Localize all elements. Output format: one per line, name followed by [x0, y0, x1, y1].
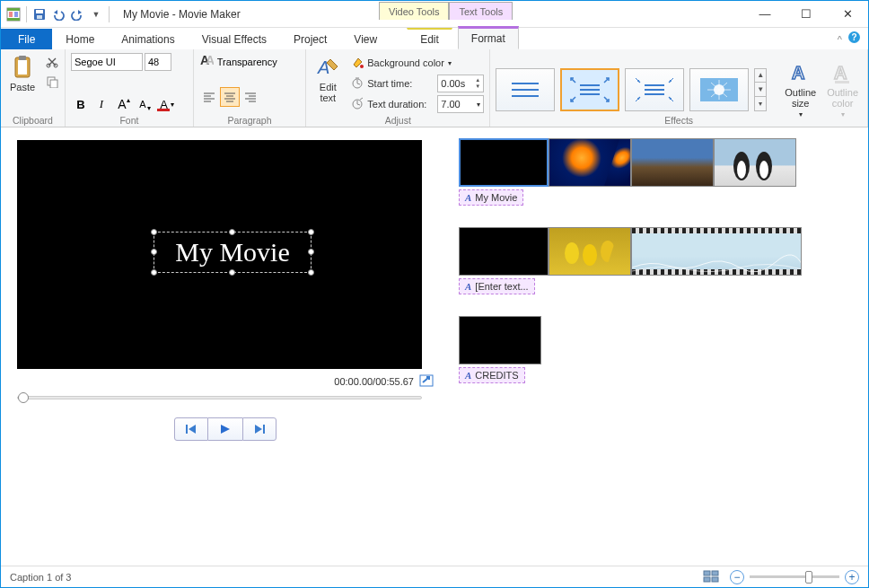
clip-row-1: AMy Movie — [459, 138, 859, 206]
tab-file[interactable]: File — [1, 29, 52, 49]
svg-rect-16 — [50, 80, 57, 88]
preview-video[interactable]: My Movie — [17, 140, 422, 369]
effect-thumb-1[interactable] — [496, 68, 555, 111]
gallery-scroll[interactable]: ▲▼▾ — [754, 68, 767, 111]
title-bar: ▼ My Movie - Movie Maker Video Tools Tex… — [1, 1, 868, 28]
svg-rect-11 — [18, 60, 27, 75]
tab-visual-effects[interactable]: Visual Effects — [189, 29, 280, 49]
font-name-input[interactable] — [71, 53, 143, 71]
view-thumbnails-icon[interactable] — [703, 570, 719, 584]
clipboard-icon — [10, 55, 35, 80]
window-title: My Movie - Movie Maker — [123, 8, 241, 21]
caption-tag-2[interactable]: A[Enter text... — [459, 278, 535, 294]
timeline-pane: AMy Movie A[Enter text... ACREDI — [450, 127, 868, 567]
zoom-in-button[interactable]: + — [845, 570, 859, 584]
qat-dropdown-icon[interactable]: ▼ — [87, 5, 105, 23]
copy-icon[interactable] — [42, 73, 62, 91]
italic-button[interactable]: I — [92, 94, 111, 114]
edit-text-button[interactable]: A Edit text — [312, 53, 344, 105]
clip-black-2[interactable] — [459, 227, 549, 276]
svg-rect-40 — [704, 577, 710, 582]
tab-edit[interactable]: Edit — [407, 28, 452, 49]
tab-animations[interactable]: Animations — [108, 29, 188, 49]
start-time-icon — [351, 76, 364, 91]
undo-icon[interactable] — [49, 5, 67, 23]
ribbon-panel: Paste Clipboard B I A▴ A▾ A▾ Font — [1, 48, 868, 127]
seek-bar[interactable] — [17, 396, 422, 399]
svg-point-35 — [565, 242, 579, 264]
clip-row-2: A[Enter text... — [459, 227, 859, 294]
align-left-button[interactable] — [199, 87, 219, 107]
edit-text-label: Edit text — [320, 82, 337, 103]
title-textbox[interactable]: My Movie — [154, 232, 312, 273]
clip-mountain[interactable] — [631, 138, 714, 187]
clip-penguins[interactable] — [714, 138, 796, 187]
next-frame-button[interactable] — [242, 417, 276, 441]
align-right-button[interactable] — [241, 87, 260, 107]
tab-format[interactable]: Format — [458, 26, 519, 49]
title-text: My Movie — [175, 237, 290, 268]
svg-rect-6 — [36, 10, 43, 13]
start-time-input[interactable]: 0.00s▲▼ — [437, 75, 484, 92]
zoom-slider[interactable] — [750, 575, 839, 578]
group-label-font: Font — [66, 115, 193, 126]
svg-rect-27 — [835, 81, 849, 83]
outline-color-icon: A — [830, 60, 856, 85]
effects-gallery[interactable]: ▲▼▾ — [496, 68, 767, 111]
ribbon-collapse-icon[interactable]: ^ — [838, 34, 842, 45]
clip-wildlife-video[interactable] — [631, 227, 802, 276]
font-color-button[interactable]: A▾ — [154, 94, 180, 114]
clip-row-3: ACREDITS — [459, 316, 859, 383]
close-button[interactable]: ✕ — [827, 2, 868, 27]
font-shrink-button[interactable]: A▾ — [133, 94, 153, 114]
preview-pane: My Movie 00:00.00/00:55.67 — [1, 127, 450, 567]
tab-home[interactable]: Home — [52, 29, 108, 49]
effect-thumb-3[interactable] — [625, 68, 684, 111]
help-icon[interactable]: ? — [847, 31, 861, 48]
effect-thumb-4[interactable] — [689, 68, 749, 111]
transparency-button[interactable]: Transparency — [217, 57, 277, 67]
group-label-adjust: Adjust — [306, 115, 489, 126]
outline-color-button: A Outline color▾ — [823, 58, 862, 120]
svg-text:?: ? — [851, 32, 856, 42]
fullscreen-icon[interactable] — [419, 374, 434, 389]
svg-rect-4 — [14, 12, 18, 17]
svg-rect-3 — [9, 12, 13, 17]
font-grow-button[interactable]: A▴ — [112, 94, 132, 114]
transparency-icon: AA — [199, 53, 214, 71]
svg-rect-2 — [7, 18, 20, 21]
caption-tag-1[interactable]: AMy Movie — [459, 189, 523, 206]
zoom-control: − + — [730, 570, 859, 584]
clip-title-black[interactable] — [459, 138, 549, 187]
clip-jellyfish[interactable] — [549, 138, 631, 187]
play-button[interactable] — [208, 417, 242, 441]
duration-input[interactable]: 7.00▾ — [437, 95, 484, 113]
context-tab-text-tools[interactable]: Text Tools — [449, 2, 513, 20]
maximize-button[interactable]: ☐ — [786, 2, 827, 27]
align-center-button[interactable] — [220, 87, 240, 107]
minimize-button[interactable]: — — [744, 2, 786, 27]
paste-button[interactable]: Paste — [6, 53, 39, 94]
clip-credits-black[interactable] — [459, 316, 541, 364]
ribbon-tabs: File Home Animations Visual Effects Proj… — [1, 28, 868, 49]
font-size-input[interactable] — [145, 53, 171, 71]
cut-icon[interactable] — [42, 53, 62, 71]
app-icon — [4, 5, 22, 23]
svg-point-37 — [601, 241, 615, 262]
clip-tulips[interactable] — [549, 227, 631, 276]
redo-icon[interactable] — [68, 5, 86, 23]
caption-tag-3[interactable]: ACREDITS — [459, 367, 525, 383]
tab-view[interactable]: View — [340, 29, 391, 49]
effect-thumb-2[interactable] — [560, 68, 619, 111]
svg-rect-30 — [263, 425, 265, 434]
context-tab-video-tools[interactable]: Video Tools — [379, 2, 449, 20]
bold-button[interactable]: B — [71, 94, 91, 114]
prev-frame-button[interactable] — [174, 417, 208, 441]
svg-text:A: A — [792, 63, 804, 83]
tab-project[interactable]: Project — [280, 29, 340, 49]
bg-color-button[interactable]: Background color — [367, 57, 444, 68]
save-icon[interactable] — [31, 5, 48, 23]
status-caption-count: Caption 1 of 3 — [10, 572, 72, 583]
zoom-out-button[interactable]: − — [730, 570, 744, 584]
outline-size-button[interactable]: A Outline size▾ — [781, 58, 820, 120]
